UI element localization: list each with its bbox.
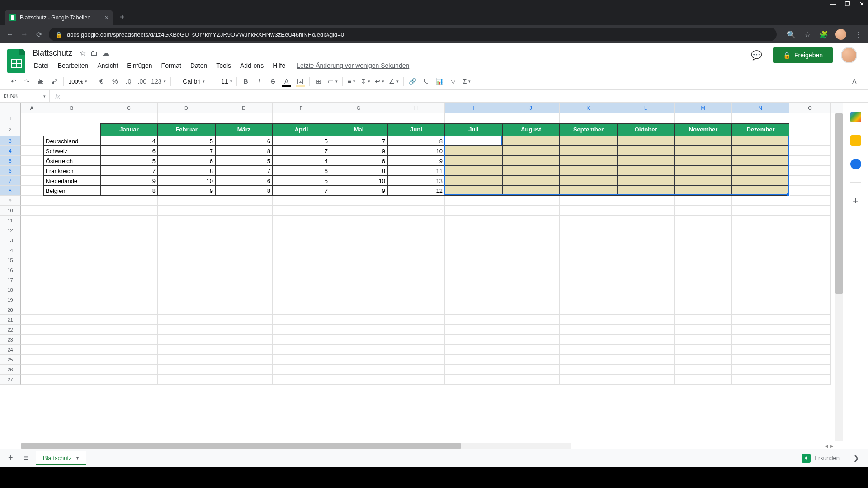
cell-D9[interactable] — [158, 196, 215, 206]
cell-H6[interactable]: 11 — [387, 166, 445, 176]
calendar-icon[interactable] — [850, 112, 861, 122]
cell-K4[interactable] — [560, 146, 617, 156]
cell-F22[interactable] — [273, 325, 330, 335]
cell-I13[interactable] — [445, 235, 502, 245]
menu-einfuegen[interactable]: Einfügen — [123, 60, 156, 71]
move-folder-icon[interactable]: 🗀 — [90, 49, 98, 57]
cell-J6[interactable] — [502, 166, 560, 176]
cell-J27[interactable] — [502, 375, 560, 385]
cell-E12[interactable] — [215, 225, 273, 235]
cell-N11[interactable] — [732, 216, 789, 225]
cell-I3[interactable] — [445, 136, 502, 146]
cell-G2[interactable]: Mai — [330, 123, 387, 136]
keep-icon[interactable] — [850, 135, 861, 146]
cell-E26[interactable] — [215, 365, 273, 375]
cell-D2[interactable]: Februar — [158, 123, 215, 136]
cell-I12[interactable] — [445, 225, 502, 235]
sheet-nav-right-icon[interactable]: ► — [830, 443, 835, 449]
cell-C23[interactable] — [100, 335, 158, 345]
cell-B24[interactable] — [43, 345, 100, 355]
cell-O27[interactable] — [789, 375, 831, 385]
cell-G16[interactable] — [330, 265, 387, 275]
functions-button[interactable]: Σ — [461, 75, 473, 88]
cell-B5[interactable]: Österreich — [43, 156, 100, 166]
cell-F20[interactable] — [273, 305, 330, 315]
cell-B14[interactable] — [43, 245, 100, 255]
menu-datei[interactable]: Datei — [30, 60, 53, 71]
cell-B18[interactable] — [43, 285, 100, 295]
cell-F5[interactable]: 4 — [273, 156, 330, 166]
row-header-5[interactable]: 5 — [0, 156, 21, 166]
paint-format-button[interactable]: 🖌 — [48, 75, 61, 88]
cell-L10[interactable] — [617, 206, 675, 216]
column-header-B[interactable]: B — [43, 103, 100, 113]
column-header-L[interactable]: L — [617, 103, 675, 113]
document-title[interactable]: Blattschutz — [30, 47, 75, 59]
cell-O19[interactable] — [789, 295, 831, 305]
row-header-13[interactable]: 13 — [0, 235, 21, 245]
cell-I10[interactable] — [445, 206, 502, 216]
cell-C19[interactable] — [100, 295, 158, 305]
cell-B13[interactable] — [43, 235, 100, 245]
cell-K21[interactable] — [560, 315, 617, 325]
cell-C27[interactable] — [100, 375, 158, 385]
cell-D5[interactable]: 6 — [158, 156, 215, 166]
cell-H14[interactable] — [387, 245, 445, 255]
cell-M12[interactable] — [675, 225, 732, 235]
cell-C9[interactable] — [100, 196, 158, 206]
comments-button[interactable]: 💬 — [749, 47, 765, 63]
cell-H17[interactable] — [387, 275, 445, 285]
cell-A7[interactable] — [21, 176, 43, 186]
add-addon-icon[interactable]: + — [853, 195, 859, 207]
menu-ansicht[interactable]: Ansicht — [93, 60, 122, 71]
cell-F25[interactable] — [273, 355, 330, 365]
cell-G20[interactable] — [330, 305, 387, 315]
cell-E10[interactable] — [215, 206, 273, 216]
wrap-button[interactable]: ↩ — [373, 75, 386, 88]
cell-F1[interactable] — [273, 113, 330, 123]
cell-F23[interactable] — [273, 335, 330, 345]
cell-L2[interactable]: Oktober — [617, 123, 675, 136]
row-header-6[interactable]: 6 — [0, 166, 21, 176]
cell-I8[interactable] — [445, 186, 502, 196]
cell-C13[interactable] — [100, 235, 158, 245]
cell-C20[interactable] — [100, 305, 158, 315]
cell-B1[interactable] — [43, 113, 100, 123]
cell-L21[interactable] — [617, 315, 675, 325]
close-tab-icon[interactable]: × — [105, 14, 108, 21]
cell-J17[interactable] — [502, 275, 560, 285]
cell-I27[interactable] — [445, 375, 502, 385]
cell-J2[interactable]: August — [502, 123, 560, 136]
row-header-7[interactable]: 7 — [0, 176, 21, 186]
cell-H8[interactable]: 12 — [387, 186, 445, 196]
cell-N25[interactable] — [732, 355, 789, 365]
cell-K6[interactable] — [560, 166, 617, 176]
cell-B26[interactable] — [43, 365, 100, 375]
cell-E21[interactable] — [215, 315, 273, 325]
add-sheet-button[interactable]: + — [5, 451, 17, 465]
cell-A16[interactable] — [21, 265, 43, 275]
column-header-M[interactable]: M — [675, 103, 732, 113]
cell-I16[interactable] — [445, 265, 502, 275]
cell-F2[interactable]: April — [273, 123, 330, 136]
cell-G1[interactable] — [330, 113, 387, 123]
cell-B10[interactable] — [43, 206, 100, 216]
cell-H9[interactable] — [387, 196, 445, 206]
undo-button[interactable]: ↶ — [7, 75, 20, 88]
cell-M27[interactable] — [675, 375, 732, 385]
cell-A24[interactable] — [21, 345, 43, 355]
cell-C8[interactable]: 8 — [100, 186, 158, 196]
cell-O24[interactable] — [789, 345, 831, 355]
forward-icon[interactable]: → — [20, 30, 29, 38]
row-header-15[interactable]: 15 — [0, 255, 21, 265]
cell-A10[interactable] — [21, 206, 43, 216]
cell-D26[interactable] — [158, 365, 215, 375]
menu-hilfe[interactable]: Hilfe — [269, 60, 289, 71]
bookmark-star-icon[interactable]: ☆ — [803, 30, 812, 39]
cell-J10[interactable] — [502, 206, 560, 216]
cell-O26[interactable] — [789, 365, 831, 375]
cell-E11[interactable] — [215, 216, 273, 225]
column-header-G[interactable]: G — [330, 103, 387, 113]
cell-M4[interactable] — [675, 146, 732, 156]
cell-J12[interactable] — [502, 225, 560, 235]
